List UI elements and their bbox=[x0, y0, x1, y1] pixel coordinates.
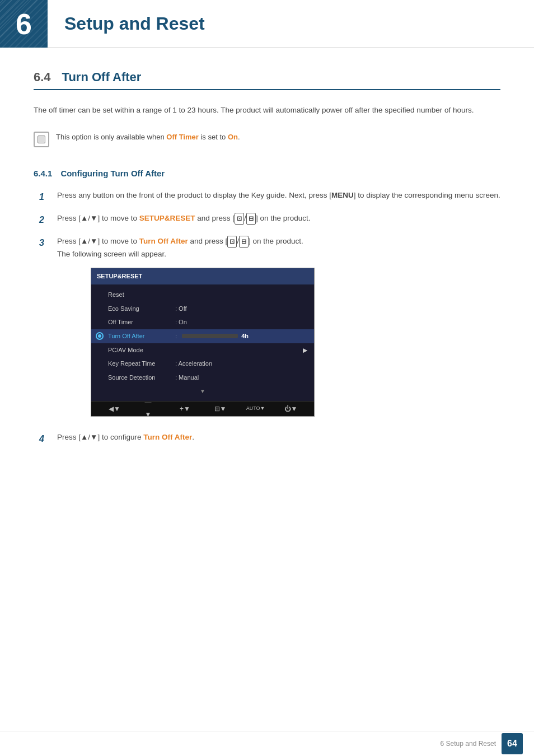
progress-value-label: 4h bbox=[241, 331, 249, 342]
step-4-text: Press [▲/▼] to configure Turn Off After. bbox=[57, 431, 500, 444]
menu-item-source-detection: Source Detection : Manual bbox=[91, 371, 314, 385]
menu-item-turn-off-after: Turn Off After : 4h bbox=[91, 329, 314, 343]
menu-item-pcav-mode-label: PC/AV Mode bbox=[108, 345, 175, 356]
menu-item-source-detection-value: : Manual bbox=[175, 372, 199, 383]
menu-item-off-timer-value: : On bbox=[175, 317, 187, 328]
toolbar-enter-icon: ⊟▼ bbox=[216, 404, 226, 413]
step-2-number: 2 bbox=[39, 212, 50, 227]
step-2-text: Press [▲/▼] to move to SETUP&RESET and p… bbox=[57, 212, 500, 225]
page-footer: 6 Setup and Reset 64 bbox=[0, 731, 534, 756]
menu-screenshot: SETUP&RESET Reset Eco Saving : Off bbox=[91, 268, 315, 417]
chapter-number-block: 6 bbox=[0, 0, 48, 48]
step-4-highlight: Turn Off After bbox=[143, 433, 192, 441]
step-4-number: 4 bbox=[39, 431, 50, 446]
header-title-area: Setup and Reset bbox=[48, 0, 205, 47]
menu-title-bar: SETUP&RESET bbox=[91, 268, 314, 284]
note-icon-inner bbox=[38, 136, 45, 143]
subsection-heading: 6.4.1 Configuring Turn Off After bbox=[34, 169, 500, 178]
menu-item-key-repeat: Key Repeat Time : Acceleration bbox=[91, 357, 314, 371]
step-2-key1: ⊡ bbox=[235, 213, 244, 225]
toolbar-back-icon: ◀▼ bbox=[110, 404, 120, 413]
menu-item-reset-label: Reset bbox=[108, 290, 175, 300]
step-3-text: Press [▲/▼] to move to Turn Off After an… bbox=[57, 237, 303, 245]
note-box: This option is only available when Off T… bbox=[34, 127, 500, 152]
toolbar-btn-auto: AUTO▼ bbox=[251, 404, 261, 413]
page-header: 6 Setup and Reset bbox=[0, 0, 534, 48]
note-text: This option is only available when Off T… bbox=[56, 132, 240, 143]
menu-toolbar: ◀▼ —▼ +▼ ⊟▼ AUTO▼ bbox=[91, 401, 314, 416]
toolbar-auto-icon: AUTO▼ bbox=[251, 404, 261, 413]
menu-item-pcav-mode: PC/AV Mode ▶ bbox=[91, 343, 314, 357]
step-2: 2 Press [▲/▼] to move to SETUP&RESET and… bbox=[39, 212, 500, 227]
section-number: 6.4 bbox=[34, 70, 51, 85]
note-text-middle: is set to bbox=[199, 133, 228, 141]
progress-bar bbox=[182, 334, 238, 338]
step-2-key2: ⊟ bbox=[246, 213, 256, 225]
toolbar-btn-back: ◀▼ bbox=[110, 404, 120, 413]
subsection-number: 6.4.1 bbox=[34, 169, 52, 178]
note-highlight-2: On bbox=[228, 133, 238, 141]
footer-page-number: 64 bbox=[507, 739, 517, 749]
toolbar-btn-plus: +▼ bbox=[180, 404, 190, 413]
scroll-indicator: ▼ bbox=[91, 385, 314, 398]
menu-item-turn-off-after-value: : 4h bbox=[175, 331, 249, 342]
step-3-number: 3 bbox=[39, 235, 50, 250]
toolbar-btn-enter: ⊟▼ bbox=[216, 404, 226, 413]
step-1-number: 1 bbox=[39, 189, 50, 204]
menu-item-eco-saving: Eco Saving : Off bbox=[91, 302, 314, 316]
footer-text: 6 Setup and Reset bbox=[441, 740, 496, 748]
intro-text: The off timer can be set within a range … bbox=[34, 104, 500, 117]
step-3-key2: ⊟ bbox=[239, 236, 249, 248]
menu-body: Reset Eco Saving : Off Off Timer : On bbox=[91, 284, 314, 401]
step-3-content: Press [▲/▼] to move to Turn Off After an… bbox=[57, 235, 315, 423]
section-heading: 6.4 Turn Off After bbox=[34, 70, 500, 90]
menu-item-off-timer-label: Off Timer bbox=[108, 317, 175, 328]
note-text-after: . bbox=[238, 133, 240, 141]
note-icon bbox=[34, 132, 49, 147]
subsection-title: Configuring Turn Off After bbox=[60, 169, 165, 178]
step-1: 1 Press any button on the front of the p… bbox=[39, 189, 500, 204]
page-title: Setup and Reset bbox=[64, 13, 205, 34]
step-3-highlight: Turn Off After bbox=[139, 237, 188, 245]
menu-item-off-timer: Off Timer : On bbox=[91, 315, 314, 329]
menu-item-reset: Reset bbox=[91, 288, 314, 302]
gear-indicator-icon bbox=[96, 332, 104, 340]
step-3-key1: ⊡ bbox=[227, 236, 237, 248]
gear-indicator-dot bbox=[98, 334, 101, 338]
menu-item-key-repeat-value: : Acceleration bbox=[175, 358, 212, 369]
toolbar-plus-icon: +▼ bbox=[180, 404, 190, 413]
toolbar-btn-minus: —▼ bbox=[145, 404, 155, 413]
step-3-subnote: The following screen will appear. bbox=[57, 250, 166, 258]
menu-item-turn-off-after-label: Turn Off After bbox=[108, 331, 175, 342]
toolbar-btn-power: ⏻▼ bbox=[286, 404, 296, 413]
step-2-highlight: SETUP&RESET bbox=[139, 214, 195, 222]
step-3: 3 Press [▲/▼] to move to Turn Off After … bbox=[39, 235, 500, 423]
chapter-number: 6 bbox=[16, 10, 32, 39]
menu-item-eco-saving-label: Eco Saving bbox=[108, 304, 175, 314]
section-title: Turn Off After bbox=[62, 70, 142, 85]
step-4: 4 Press [▲/▼] to configure Turn Off Afte… bbox=[39, 431, 500, 446]
note-text-before: This option is only available when bbox=[56, 133, 166, 141]
steps-list: 1 Press any button on the front of the p… bbox=[34, 189, 500, 446]
main-content: 6.4 Turn Off After The off timer can be … bbox=[0, 48, 534, 488]
menu-item-pcav-arrow: ▶ bbox=[303, 345, 307, 356]
toolbar-minus-icon: —▼ bbox=[145, 404, 155, 413]
footer-page-badge: 64 bbox=[502, 733, 523, 754]
menu-item-source-detection-label: Source Detection bbox=[108, 372, 175, 383]
menu-item-eco-saving-value: : Off bbox=[175, 304, 187, 314]
note-highlight-1: Off Timer bbox=[166, 133, 199, 141]
step-1-text: Press any button on the front of the pro… bbox=[57, 189, 500, 202]
menu-title-text: SETUP&RESET bbox=[97, 273, 142, 279]
toolbar-power-icon: ⏻▼ bbox=[286, 404, 296, 413]
menu-item-key-repeat-label: Key Repeat Time bbox=[108, 358, 175, 369]
step-1-menu-key: MENU bbox=[331, 191, 354, 199]
